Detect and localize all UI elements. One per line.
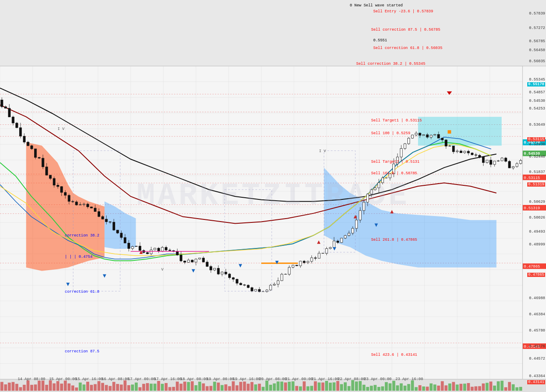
time-label: 18 Apr 08:00	[180, 377, 208, 381]
time-axis: 14 Apr 08:0015 Apr 00:0015 Apr 16:0016 A…	[0, 375, 525, 383]
price-label: 0.56450	[529, 48, 545, 52]
price-axis: 0.578390.572720.567850.564500.560350.553…	[523, 0, 546, 392]
price-label: 0.52440	[529, 155, 545, 159]
price-label: 0.48999	[529, 242, 545, 247]
time-label: 20 Apr 08:00	[259, 377, 287, 381]
price-label: 0.43364	[529, 374, 545, 378]
price-label: 0.51319	[527, 182, 545, 187]
price-label: 0.43141	[527, 380, 545, 384]
price-label: 0.55170	[527, 82, 545, 86]
chart-container: MARKETZITRADE 0.578390.572720.567850.564…	[0, 0, 546, 392]
time-label: 17 Apr 00:00	[128, 377, 156, 381]
time-label: 23 Apr 00:00	[364, 377, 392, 381]
price-label: 0.46988	[529, 296, 545, 300]
price-label: 0.56035	[529, 59, 545, 63]
price-label: 0.47865	[527, 273, 545, 277]
price-label: 0.50629	[529, 200, 545, 204]
price-label: 0.50026	[529, 216, 545, 220]
price-label: 0.53649	[529, 123, 545, 127]
time-label: 22 Apr 08:00	[338, 377, 366, 381]
price-label: 0.45176	[529, 344, 545, 349]
price-label: 0.52930	[529, 142, 545, 147]
time-label: 15 Apr 16:00	[76, 377, 103, 381]
time-label: 17 Apr 16:00	[154, 377, 182, 381]
price-label: 0.44572	[529, 357, 545, 361]
price-label: 0.54530	[529, 99, 545, 103]
time-label: 19 Apr 00:00	[206, 377, 234, 381]
price-label: 0.51837	[529, 170, 545, 174]
time-label: 16 Apr 08:00	[102, 377, 129, 381]
time-label: 21 Apr 16:00	[311, 377, 339, 381]
time-label: 23 Apr 16:00	[395, 377, 423, 381]
price-label: 0.54253	[529, 107, 545, 111]
price-label: 0.49493	[529, 230, 545, 234]
price-label: 0.54857	[529, 90, 545, 95]
time-label: 21 Apr 00:00	[285, 377, 313, 381]
time-label: 14 Apr 08:00	[17, 377, 45, 381]
time-label: 15 Apr 00:00	[49, 377, 77, 381]
time-label: 19 Apr 16:00	[233, 377, 261, 381]
price-label: 0.55345	[529, 78, 545, 82]
price-label: 0.53115	[527, 137, 545, 141]
price-label: 0.57272	[529, 26, 545, 30]
price-label: 0.45780	[529, 329, 545, 333]
price-label: 0.46384	[529, 312, 545, 317]
price-label: 0.57839	[529, 12, 545, 16]
price-label: 0.56785	[529, 39, 545, 43]
